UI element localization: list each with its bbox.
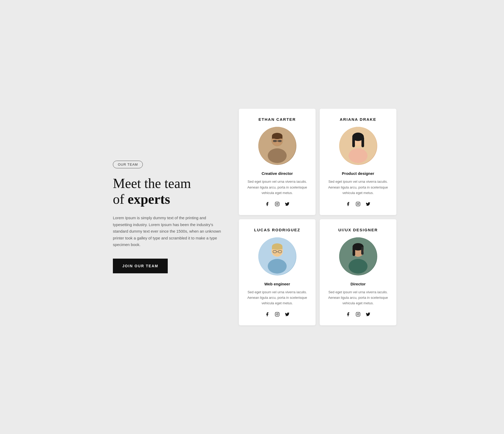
twitter-icon-ethan[interactable] — [285, 202, 290, 208]
team-cards-grid: ETHAN CARTER — [239, 109, 396, 325]
avatar-uiux — [339, 237, 377, 275]
svg-rect-38 — [356, 312, 360, 316]
member-desc-uiux: Sed eget ipsum vel urna viverra iaculis.… — [325, 289, 391, 306]
member-desc-ethan: Sed eget ipsum vel urna viverra iaculis.… — [244, 179, 310, 196]
team-card-lucas: LUCAS RODRIGUEZ — [239, 219, 316, 325]
avatar-lucas — [258, 237, 296, 275]
avatar-ethan — [258, 127, 296, 165]
member-desc-ariana: Sed eget ipsum vel urna viverra iaculis.… — [325, 179, 391, 196]
member-role-uiux: Director — [350, 282, 366, 286]
svg-rect-5 — [272, 136, 282, 139]
avatar-ariana — [339, 127, 377, 165]
svg-rect-36 — [353, 247, 355, 256]
social-icons-ethan — [265, 202, 290, 208]
instagram-icon-uiux[interactable] — [356, 312, 360, 318]
team-card-ethan: ETHAN CARTER — [239, 109, 316, 215]
instagram-icon-ethan[interactable] — [275, 202, 280, 208]
member-name-lucas: LUCAS RODRIGUEZ — [254, 228, 300, 232]
svg-rect-6 — [273, 140, 277, 142]
facebook-icon-uiux[interactable] — [346, 312, 350, 318]
svg-point-13 — [349, 148, 368, 163]
svg-rect-9 — [275, 202, 279, 206]
member-role-ethan: Creative director — [261, 171, 293, 176]
team-card-ariana: ARIANA DRAKE — [320, 109, 396, 215]
headline-part1: Meet the — [113, 176, 164, 191]
our-team-badge: OUR TEAM — [113, 161, 143, 168]
svg-rect-25 — [272, 247, 282, 249]
headline-part3: of — [113, 192, 124, 207]
social-icons-ariana — [346, 202, 370, 208]
headline: Meet the team of experts — [113, 176, 223, 207]
page-wrapper: OUR TEAM Meet the team of experts Lorem … — [108, 109, 396, 325]
svg-rect-37 — [361, 247, 364, 255]
instagram-icon-lucas[interactable] — [275, 312, 280, 318]
svg-rect-18 — [356, 202, 360, 206]
twitter-icon-lucas[interactable] — [285, 312, 290, 318]
twitter-icon-ariana[interactable] — [366, 202, 370, 208]
svg-rect-16 — [352, 137, 355, 147]
facebook-icon-ethan[interactable] — [265, 202, 270, 208]
member-role-ariana: Product designer — [342, 171, 374, 176]
member-name-uiux: UI/UX DESIGNER — [338, 228, 378, 232]
headline-part2: team — [164, 176, 191, 191]
svg-point-2 — [268, 148, 287, 163]
svg-rect-17 — [361, 137, 364, 147]
member-role-lucas: Web engineer — [264, 282, 290, 286]
twitter-icon-uiux[interactable] — [366, 312, 370, 318]
member-name-ethan: ETHAN CARTER — [259, 117, 296, 122]
left-panel: OUR TEAM Meet the team of experts Lorem … — [108, 150, 228, 284]
svg-rect-7 — [278, 140, 282, 142]
svg-rect-29 — [275, 312, 279, 316]
svg-point-33 — [349, 259, 368, 274]
headline-part4: experts — [128, 192, 170, 207]
join-team-button[interactable]: JOIN OUR TEAM — [113, 259, 168, 273]
svg-point-22 — [268, 259, 287, 274]
social-icons-lucas — [265, 312, 290, 318]
member-name-ariana: ARIANA DRAKE — [340, 117, 376, 122]
member-desc-lucas: Sed eget ipsum vel urna viverra iaculis.… — [244, 289, 310, 306]
social-icons-uiux — [346, 312, 370, 318]
instagram-icon-ariana[interactable] — [356, 202, 360, 208]
facebook-icon-ariana[interactable] — [346, 202, 350, 208]
team-card-uiux: UI/UX DESIGNER — [320, 219, 396, 325]
facebook-icon-lucas[interactable] — [265, 312, 270, 318]
description-text: Lorem Ipsum is simply dummy text of the … — [113, 215, 223, 248]
